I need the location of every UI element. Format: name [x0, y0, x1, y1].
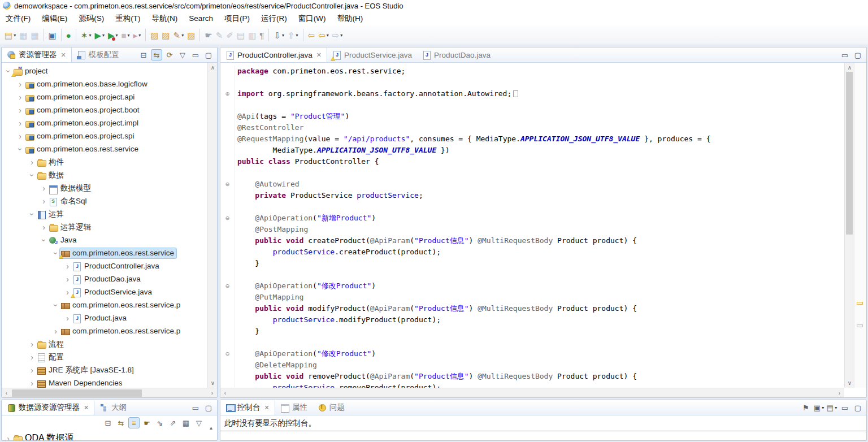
- dropdown-arrow-icon[interactable]: ▾: [138, 33, 141, 38]
- export-config-button[interactable]: ⇗: [167, 417, 179, 428]
- chevron-right-icon[interactable]: ›: [4, 434, 12, 441]
- tree-item-item[interactable]: ›流程: [2, 337, 207, 350]
- scroll-down-icon[interactable]: ∨: [845, 378, 854, 388]
- view-tab-item[interactable]: 资源管理器✕: [2, 47, 72, 62]
- close-icon[interactable]: ✕: [84, 404, 89, 411]
- open-folder-button[interactable]: ▨: [185, 28, 197, 42]
- tree-item-jre-javase-1-8[interactable]: ›JRE 系统库 [JavaSE-1.8]: [2, 363, 207, 376]
- menu-item-w[interactable]: 窗口(W): [293, 12, 332, 25]
- scroll-right-icon[interactable]: ›: [207, 388, 217, 398]
- eos-console-monitor-button[interactable]: ▣: [47, 28, 58, 42]
- menu-item-search[interactable]: Search: [183, 12, 219, 24]
- tree-item-product-java[interactable]: ›Product.java: [2, 311, 207, 324]
- link-with-editor-button[interactable]: ⇆: [115, 417, 127, 428]
- annotation-marker[interactable]: [857, 324, 863, 327]
- open-artifact-button[interactable]: ▨: [160, 28, 171, 42]
- chevron-right-icon[interactable]: ›: [51, 327, 60, 336]
- tree-item-com-primeton-eos-project-spi[interactable]: ›com.primeton.eos.project.spi: [2, 129, 207, 142]
- view-tab-item[interactable]: 模板配置: [72, 47, 124, 62]
- chevron-right-icon[interactable]: ›: [28, 340, 36, 349]
- open-console-button[interactable]: ▤▾: [826, 402, 837, 413]
- chevron-right-icon[interactable]: ›: [16, 80, 24, 89]
- chevron-right-icon[interactable]: ›: [63, 275, 72, 284]
- menu-item-n[interactable]: 导航(N): [146, 12, 184, 25]
- chevron-right-icon[interactable]: ›: [28, 353, 36, 362]
- collapse-all-button[interactable]: ⊟: [138, 49, 149, 60]
- scroll-left-icon[interactable]: ‹: [220, 388, 230, 398]
- start-eos-server-button[interactable]: ●: [64, 28, 73, 42]
- new-eos-module-button[interactable]: ▨: [149, 28, 160, 42]
- maximize-button[interactable]: ▢: [852, 49, 863, 60]
- display-selected-console-button[interactable]: ▣▾: [813, 402, 824, 413]
- close-icon[interactable]: ✕: [316, 51, 322, 59]
- profile-button[interactable]: ■▾: [120, 28, 132, 42]
- filter-pointer-button[interactable]: ☛: [141, 417, 153, 428]
- chevron-right-icon[interactable]: ›: [16, 132, 24, 141]
- tree-item-com-primeton-eos-project-api[interactable]: ›com.primeton.eos.project.api: [2, 90, 207, 103]
- chevron-right-icon[interactable]: ›: [63, 314, 72, 323]
- tree-item-oda[interactable]: ›ODA 数据源: [2, 432, 217, 441]
- run-configurations-button[interactable]: ▶▾: [106, 28, 120, 42]
- chevron-right-icon[interactable]: ›: [40, 197, 48, 206]
- new-wizard-button[interactable]: ▤▾: [3, 28, 18, 42]
- chevron-down-icon[interactable]: ›: [4, 67, 13, 75]
- show-whitespace-button[interactable]: ¶: [258, 28, 266, 42]
- forward-history-button[interactable]: ⇨▾: [331, 28, 345, 42]
- minimize-button[interactable]: ▭: [190, 49, 201, 60]
- collapse-marker-icon[interactable]: ⊖: [220, 213, 235, 224]
- link-with-editor-button[interactable]: ⇆: [151, 49, 162, 60]
- view-menu-button[interactable]: ▽: [177, 49, 188, 60]
- menu-item-r[interactable]: 运行(R): [255, 12, 293, 25]
- collapse-marker-icon[interactable]: ⊖: [220, 280, 235, 292]
- menu-item-h[interactable]: 帮助(H): [332, 12, 369, 25]
- chevron-right-icon[interactable]: ›: [40, 184, 48, 193]
- scroll-down-icon[interactable]: ∨: [208, 378, 218, 388]
- collapse-marker-icon[interactable]: ⊖: [220, 348, 235, 359]
- scroll-right-icon[interactable]: ›: [835, 388, 844, 398]
- tree-item-com-primeton-eos-rest-service-selected[interactable]: ›com.primeton.eos.rest.service: [2, 246, 207, 259]
- scroll-up-icon[interactable]: ∧: [208, 63, 218, 72]
- scrollbar-thumb[interactable]: [846, 72, 853, 235]
- dropdown-arrow-icon[interactable]: ▾: [822, 405, 824, 410]
- save-button[interactable]: ▦: [18, 28, 29, 42]
- menu-item-p[interactable]: 项目(P): [219, 12, 255, 25]
- tree-item-com-primeton-eos-base-logicflow[interactable]: ›com.primeton.eos.base.logicflow: [2, 77, 207, 90]
- chevron-right-icon[interactable]: ›: [28, 366, 36, 375]
- chevron-down-icon[interactable]: ›: [28, 210, 37, 218]
- tree-item-com-primeton-eos-project-boot[interactable]: ›com.primeton.eos.project.boot: [2, 103, 207, 116]
- tree-item-item[interactable]: ›数据: [2, 168, 207, 181]
- save-all-button[interactable]: ▦: [29, 28, 40, 42]
- mark-occurrences-button[interactable]: ✎: [214, 28, 225, 42]
- maximize-button[interactable]: ▢: [852, 402, 863, 413]
- scroll-up-icon[interactable]: ▴: [206, 423, 216, 432]
- dropdown-arrow-icon[interactable]: ▾: [102, 33, 105, 38]
- chevron-right-icon[interactable]: ›: [16, 106, 24, 115]
- dropdown-arrow-icon[interactable]: ▾: [128, 33, 130, 38]
- relaunch-button[interactable]: ▸▾: [132, 28, 143, 42]
- menu-item-e[interactable]: 编辑(E): [36, 12, 73, 25]
- explorer-vertical-scrollbar[interactable]: ∧ ∨: [207, 63, 217, 388]
- annotation-ruler[interactable]: [854, 63, 866, 388]
- minimize-button[interactable]: ▭: [839, 402, 850, 413]
- tree-item-productcontroller-java[interactable]: ›ProductController.java: [2, 259, 207, 272]
- tree-item-item[interactable]: ›构件: [2, 155, 207, 168]
- dropdown-arrow-icon[interactable]: ▾: [296, 33, 298, 38]
- next-annotation-button[interactable]: ⇩▾: [272, 28, 286, 42]
- view-menu-button[interactable]: ▽: [193, 417, 205, 428]
- view-tab-item[interactable]: 控制台✕: [220, 400, 275, 415]
- previous-annotation-button[interactable]: ⇧▾: [286, 28, 300, 42]
- view-tab-item[interactable]: 属性: [275, 400, 313, 415]
- debug-button[interactable]: ✶▾: [79, 28, 93, 42]
- chevron-right-icon[interactable]: ›: [63, 262, 72, 271]
- tree-item-java[interactable]: ›Java: [2, 233, 207, 246]
- back-history-button[interactable]: ⇦▾: [316, 28, 331, 42]
- view-tab-item[interactable]: 问题: [313, 400, 350, 415]
- tree-item-com-primeton-eos-rest-service-p[interactable]: ›com.primeton.eos.rest.service.p: [2, 298, 207, 311]
- dropdown-arrow-icon[interactable]: ▾: [340, 33, 342, 38]
- save-button[interactable]: ▦: [180, 417, 192, 428]
- view-tab-item[interactable]: 大纲: [94, 400, 132, 415]
- menu-item-s[interactable]: 源码(S): [73, 12, 110, 25]
- collapse-marker-icon[interactable]: ⊖: [220, 179, 235, 190]
- scroll-left-icon[interactable]: ‹: [2, 388, 11, 398]
- dropdown-arrow-icon[interactable]: ▾: [116, 33, 118, 38]
